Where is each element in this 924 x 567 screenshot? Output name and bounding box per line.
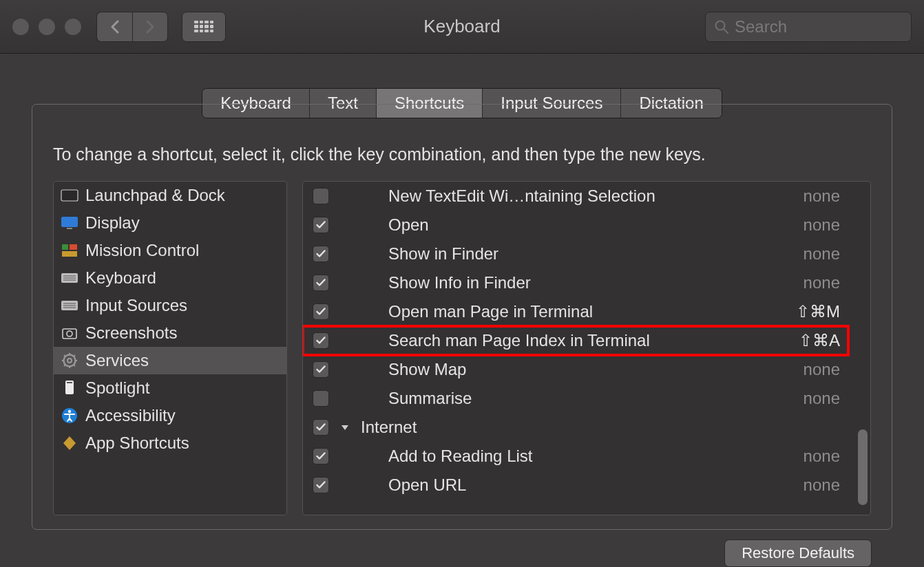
titlebar: Keyboard Search — [0, 0, 924, 54]
restore-defaults-button[interactable]: Restore Defaults — [724, 539, 872, 567]
sidebar-item-input-sources[interactable]: Input Sources — [54, 292, 286, 319]
checkbox[interactable] — [313, 275, 329, 291]
checkbox[interactable] — [313, 477, 329, 493]
shortcut-key[interactable]: none — [804, 447, 861, 466]
shortcut-key[interactable]: none — [804, 186, 861, 206]
checkbox[interactable] — [313, 188, 329, 204]
grid-icon — [194, 21, 213, 33]
sidebar-item-services[interactable]: Services — [54, 347, 286, 374]
shortcut-key[interactable]: none — [804, 215, 861, 235]
accessibility-icon — [61, 407, 78, 425]
zoom-window-button[interactable] — [65, 19, 81, 35]
shortcut-row[interactable]: Search man Page Index in Terminal⇧⌘A — [303, 326, 870, 355]
panes: Launchpad & DockDisplayMission ControlKe… — [53, 181, 871, 515]
scrollbar-thumb[interactable] — [858, 429, 868, 505]
checkbox[interactable] — [313, 246, 329, 262]
category-sidebar: Launchpad & DockDisplayMission ControlKe… — [53, 181, 287, 515]
sidebar-item-spotlight[interactable]: Spotlight — [54, 374, 286, 402]
sidebar-item-label: Spotlight — [85, 378, 149, 398]
shortcut-label: Open URL — [388, 475, 794, 495]
checkbox[interactable] — [313, 419, 329, 436]
minimize-window-button[interactable] — [39, 19, 55, 35]
apps-icon — [61, 434, 78, 452]
svg-point-18 — [64, 355, 76, 367]
shortcut-row[interactable]: Open man Page in Terminal⇧⌘M — [303, 297, 870, 326]
shortcut-list: New TextEdit Wi…ntaining SelectionnoneOp… — [302, 181, 871, 515]
search-placeholder: Search — [735, 17, 787, 36]
sidebar-item-launchpad-dock[interactable]: Launchpad & Dock — [54, 182, 286, 209]
sidebar-item-label: Launchpad & Dock — [85, 186, 225, 205]
close-window-button[interactable] — [12, 19, 29, 35]
apps-grid-button[interactable] — [182, 12, 226, 42]
sidebar-item-keyboard[interactable]: Keyboard — [54, 264, 286, 292]
forward-button[interactable] — [132, 12, 168, 42]
shortcut-row[interactable]: Show Mapnone — [303, 355, 870, 384]
shortcut-label: Add to Reading List — [388, 447, 794, 466]
shortcut-row[interactable]: New TextEdit Wi…ntaining Selectionnone — [303, 182, 870, 211]
shortcut-row[interactable]: Add to Reading Listnone — [303, 442, 870, 471]
launchpad-icon — [61, 186, 78, 204]
spotlight-icon — [61, 379, 78, 397]
checkbox[interactable] — [313, 217, 329, 233]
shortcut-key[interactable]: none — [804, 244, 861, 264]
groupbox: To change a shortcut, select it, click t… — [32, 104, 892, 530]
shortcut-row[interactable]: Open URLnone — [303, 471, 870, 500]
shortcut-key[interactable]: ⇧⌘A — [799, 331, 861, 350]
sidebar-item-accessibility[interactable]: Accessibility — [54, 402, 286, 429]
group-label: Internet — [361, 418, 417, 437]
svg-rect-7 — [62, 251, 77, 257]
svg-point-31 — [68, 410, 71, 413]
sidebar-item-app-shortcuts[interactable]: App Shortcuts — [54, 429, 286, 457]
window: Keyboard Search KeyboardTextShortcutsInp… — [0, 0, 924, 567]
checkbox[interactable] — [313, 361, 329, 378]
shortcut-label: Show Info in Finder — [388, 273, 794, 292]
sidebar-item-label: Input Sources — [85, 296, 187, 315]
shortcut-label: Summarise — [388, 389, 794, 408]
sidebar-item-label: Keyboard — [85, 268, 156, 288]
back-button[interactable] — [96, 12, 132, 42]
shortcut-key[interactable]: none — [804, 360, 861, 379]
sidebar-item-label: Mission Control — [85, 241, 199, 260]
svg-line-25 — [74, 365, 75, 366]
nav-group — [96, 12, 168, 42]
screenshot-icon — [61, 324, 78, 342]
sidebar-item-mission-control[interactable]: Mission Control — [54, 237, 286, 264]
svg-rect-29 — [67, 382, 72, 383]
svg-point-19 — [67, 359, 72, 363]
display-icon — [61, 214, 78, 232]
svg-line-1 — [724, 29, 728, 33]
svg-line-26 — [74, 355, 75, 356]
shortcut-key[interactable]: none — [804, 389, 861, 408]
disclosure-triangle-icon[interactable] — [339, 423, 351, 431]
svg-rect-3 — [61, 217, 78, 227]
footer: Restore Defaults — [32, 530, 892, 567]
search-input[interactable]: Search — [705, 12, 912, 42]
shortcut-label: Search man Page Index in Terminal — [388, 331, 789, 350]
svg-rect-16 — [63, 329, 76, 339]
sidebar-item-label: Screenshots — [85, 323, 177, 343]
shortcut-label: Show in Finder — [388, 244, 794, 264]
search-icon — [714, 19, 729, 34]
checkbox[interactable] — [313, 303, 329, 320]
gear-icon — [61, 352, 78, 370]
sidebar-item-display[interactable]: Display — [54, 209, 286, 237]
shortcut-row[interactable]: Summarisenone — [303, 384, 870, 413]
sidebar-item-screenshots[interactable]: Screenshots — [54, 319, 286, 347]
shortcut-key[interactable]: none — [804, 273, 861, 292]
window-controls — [12, 19, 81, 35]
shortcut-key[interactable]: ⇧⌘M — [796, 302, 861, 321]
keyboard-icon — [61, 297, 78, 314]
checkbox[interactable] — [313, 332, 329, 349]
checkbox[interactable] — [313, 448, 329, 464]
shortcut-row[interactable]: Show Info in Findernone — [303, 268, 870, 297]
svg-line-27 — [64, 365, 65, 366]
shortcut-key[interactable]: none — [804, 475, 861, 495]
shortcut-row[interactable]: Opennone — [303, 211, 870, 239]
shortcut-group-row[interactable]: Internet — [303, 413, 870, 442]
shortcut-label: Open — [388, 215, 794, 235]
sidebar-item-label: Accessibility — [85, 406, 176, 425]
checkbox[interactable] — [313, 390, 329, 407]
svg-line-24 — [64, 355, 65, 356]
sidebar-item-label: App Shortcuts — [85, 434, 189, 453]
shortcut-row[interactable]: Show in Findernone — [303, 239, 870, 268]
